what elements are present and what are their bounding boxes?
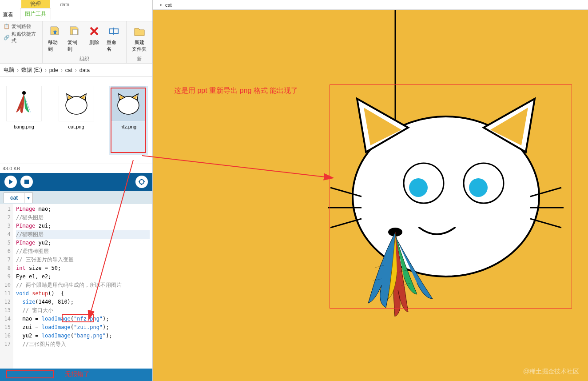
ribbon-group-clipboard: 📋 复制路径 🔗 粘贴快捷方式: [0, 21, 43, 63]
copy-path-label: 复制路径: [12, 23, 31, 30]
chevron-right-icon: ▸: [160, 2, 163, 8]
chevron-right-icon: ›: [75, 67, 77, 73]
debug-button[interactable]: [135, 176, 148, 188]
new-group-label: 新: [137, 55, 142, 62]
file-thumbnail-area: bang.png cat.png: [0, 77, 152, 164]
file-thumbnail: [111, 86, 146, 121]
rename-label: 重命名: [107, 39, 121, 52]
preview-title-bar: ▸ cat: [153, 0, 588, 10]
annotation-rect-status: [6, 370, 54, 378]
file-item-nfz[interactable]: nfz.png: [109, 86, 148, 155]
processing-ide: cat ▾ 1234567891011121314151617 PImage m…: [0, 173, 152, 381]
svg-point-7: [139, 180, 144, 184]
annotation-rect-cat: [330, 84, 572, 309]
chevron-right-icon: ›: [61, 67, 63, 73]
delete-icon: [87, 24, 101, 38]
tab-data-title: data: [60, 2, 69, 7]
ribbon-group-organize: 移动到 复制到 删除: [43, 21, 127, 63]
paste-shortcut-label: 粘贴快捷方式: [12, 31, 39, 44]
breadcrumb-item[interactable]: 电脑: [4, 66, 14, 74]
copy-path-button[interactable]: 📋 复制路径: [4, 23, 39, 30]
delete-label: 删除: [89, 39, 99, 46]
breadcrumb-item[interactable]: 数据 (E:): [21, 66, 42, 74]
ribbon-toolbar: 📋 复制路径 🔗 粘贴快捷方式 移动到: [0, 21, 152, 64]
file-name-label: cat.png: [68, 124, 84, 129]
chevron-right-icon: ›: [17, 67, 19, 73]
move-to-label: 移动到: [48, 39, 62, 52]
ribbon-group-new: 新建 文件夹 新: [127, 21, 152, 63]
ide-tab-cat[interactable]: cat: [4, 193, 24, 203]
ide-toolbar: [0, 173, 152, 191]
annotation-no-error: 无报错了: [65, 370, 90, 378]
svg-rect-0: [73, 29, 77, 35]
svg-rect-6: [24, 180, 29, 184]
file-thumbnail: [59, 86, 94, 121]
breadcrumb[interactable]: 电脑› 数据 (E:)› pde› cat› data: [0, 64, 152, 77]
new-folder-button[interactable]: 新建 文件夹: [130, 23, 148, 53]
file-explorer-pane: 查看 管理 图片工具 data 📋 复制路径 🔗 粘贴快捷方式: [0, 0, 153, 381]
move-to-button[interactable]: 移动到: [46, 23, 64, 53]
copy-path-icon: 📋: [4, 24, 10, 30]
tab-manage-context[interactable]: 管理: [21, 0, 50, 8]
line-number-gutter: 1234567891011121314151617: [0, 204, 13, 369]
breadcrumb-item[interactable]: cat: [65, 67, 72, 73]
file-item-bang[interactable]: bang.png: [4, 86, 44, 155]
chevron-right-icon: ›: [45, 67, 47, 73]
tab-picture-tools[interactable]: 图片工具: [20, 8, 51, 20]
file-size-status: 43.0 KB: [0, 164, 152, 173]
annotation-rect-loadimage: [62, 314, 94, 322]
move-to-icon: [48, 24, 62, 38]
delete-button[interactable]: 删除: [85, 23, 103, 53]
watermark: @稀土掘金技术社区: [523, 368, 579, 376]
preview-pane: ▸ cat: [153, 0, 588, 381]
new-folder-icon: [132, 24, 147, 38]
run-button[interactable]: [4, 176, 17, 188]
copy-to-label: 复制到: [68, 39, 82, 52]
file-item-cat[interactable]: cat.png: [57, 86, 96, 155]
paste-shortcut-button[interactable]: 🔗 粘贴快捷方式: [4, 31, 39, 44]
breadcrumb-item[interactable]: pde: [49, 67, 58, 73]
breadcrumb-item[interactable]: data: [79, 67, 90, 73]
copy-to-icon: [68, 24, 82, 38]
annotation-export-note: 这是用 ppt 重新导出 png 格式 能出现了: [174, 86, 298, 96]
ribbon-tab-strip: 查看 管理 图片工具 data: [0, 0, 152, 21]
code-content[interactable]: PImage mao;//猫头图层PImage zui;//猫嘴图层PImage…: [13, 204, 152, 369]
paste-shortcut-icon: 🔗: [4, 34, 10, 40]
stop-button[interactable]: [20, 176, 33, 188]
ide-tab-menu[interactable]: ▾: [24, 193, 33, 203]
tab-view[interactable]: 查看: [3, 11, 13, 19]
code-editor[interactable]: 1234567891011121314151617 PImage mao;//猫…: [0, 204, 152, 369]
new-folder-label: 新建 文件夹: [132, 39, 147, 52]
rename-button[interactable]: 重命名: [105, 23, 123, 53]
copy-to-button[interactable]: 复制到: [66, 23, 83, 53]
file-name-label: nfz.png: [120, 124, 136, 129]
preview-canvas: 这是用 ppt 重新导出 png 格式 能出现了 @稀土掘金技术社区: [153, 10, 588, 381]
organize-group-label: 组织: [79, 55, 89, 62]
ide-tab-bar: cat ▾: [0, 191, 152, 204]
file-thumbnail: [6, 86, 42, 121]
rename-icon: [107, 24, 121, 38]
file-name-label: bang.png: [14, 124, 34, 129]
ide-status-bar: 无报错了: [0, 369, 152, 381]
preview-title-text: cat: [165, 2, 172, 8]
